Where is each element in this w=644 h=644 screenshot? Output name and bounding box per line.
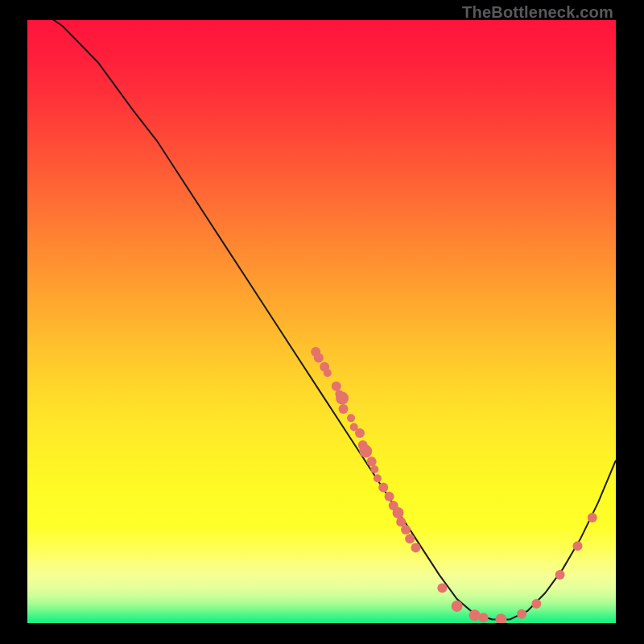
chart-svg — [27, 20, 616, 623]
data-marker — [385, 492, 394, 502]
data-marker — [531, 599, 541, 609]
data-marker — [393, 507, 404, 518]
data-marker — [437, 584, 447, 593]
data-marker — [324, 369, 332, 377]
chart-container: TheBottleneck.com — [0, 0, 644, 644]
data-marker — [367, 456, 377, 466]
data-marker — [359, 445, 372, 458]
data-marker — [339, 404, 349, 414]
data-marker — [401, 525, 411, 535]
data-marker — [572, 541, 582, 551]
data-marker — [517, 609, 526, 619]
data-marker — [411, 543, 420, 552]
data-marker — [588, 513, 597, 522]
data-marker — [374, 474, 382, 482]
data-marker — [555, 570, 565, 580]
data-marker — [378, 482, 388, 492]
data-marker — [347, 414, 355, 422]
gradient-background — [27, 20, 616, 623]
data-marker — [452, 601, 463, 612]
data-marker — [479, 613, 489, 622]
data-marker — [370, 465, 378, 473]
data-marker — [314, 353, 324, 362]
data-marker — [336, 392, 349, 405]
data-marker — [405, 534, 415, 543]
data-marker — [469, 609, 481, 621]
plot-area — [27, 20, 616, 623]
data-marker — [355, 428, 365, 438]
watermark-text: TheBottleneck.com — [462, 3, 613, 22]
data-marker — [332, 382, 341, 391]
